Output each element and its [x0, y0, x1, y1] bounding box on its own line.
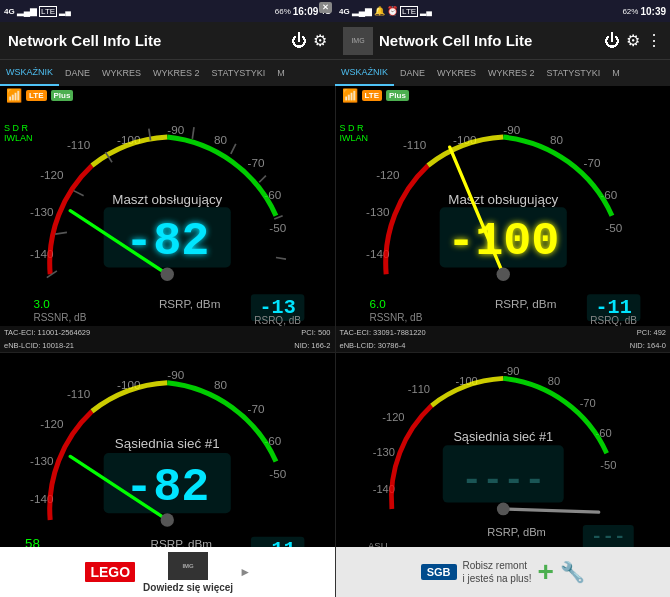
svg-text:-110: -110 [67, 138, 91, 151]
status-bars: 4G ▂▄▆ LTE ▂▄ 66% 16:09 4G 4G ▂▄▆ 🔔 ⏰ LT… [0, 0, 670, 22]
svg-text:-70: -70 [248, 402, 265, 415]
neighbor-cell-left: -140 -130 -120 -110 -100 -90 80 -70 -60 … [0, 353, 335, 547]
svg-text:RSRP, dBm: RSRP, dBm [159, 297, 221, 310]
svg-text:-110: -110 [402, 138, 426, 151]
tab-m-left[interactable]: M [271, 60, 291, 86]
settings-icon-left[interactable]: ⚙ [313, 31, 327, 50]
svg-text:RSRP, dBm: RSRP, dBm [494, 297, 555, 310]
svg-line-18 [274, 216, 282, 219]
svg-text:80: 80 [547, 375, 559, 387]
plus-icon-right: + [537, 556, 553, 588]
svg-text:-110: -110 [407, 383, 429, 395]
settings-icon-right[interactable]: ⚙ [626, 31, 640, 50]
tab-m-right[interactable]: M [606, 60, 626, 86]
pci-right-top: PCI: 492 [637, 328, 666, 337]
svg-text:-90: -90 [167, 123, 184, 136]
time-right: 10:39 [640, 6, 666, 17]
svg-text:Sąsiednia sieć #1: Sąsiednia sieć #1 [453, 429, 553, 444]
power-icon-right[interactable]: ⏻ [604, 32, 620, 50]
tab-bar-left: WSKAŹNIK DANE WYKRES WYKRES 2 STATYSTYKI… [0, 60, 335, 86]
network-type-left: 4G [4, 7, 15, 16]
svg-text:80: 80 [214, 379, 228, 392]
signal-icon-right: ▂▄▆ [352, 6, 372, 16]
tab-statystyki-right[interactable]: STATYSTYKI [541, 60, 607, 86]
svg-line-17 [259, 176, 266, 183]
app-title-right: Network Cell Info Lite [379, 32, 598, 49]
svg-text:RSSNR, dB: RSSNR, dB [33, 312, 86, 323]
gauge-svg-left-top: -140 -130 -120 -110 -100 -90 80 -70 -60 … [0, 105, 335, 326]
svg-text:Sąsiednia sieć #1: Sąsiednia sieć #1 [115, 436, 220, 451]
gauge-left-top: -140 -130 -120 -110 -100 -90 80 -70 -60 … [0, 105, 335, 326]
sgb-logo: SGB [421, 564, 457, 580]
gauge-left-bottom: -140 -130 -120 -110 -100 -90 80 -70 -60 … [0, 353, 335, 547]
svg-point-30 [161, 268, 174, 281]
power-icon-left[interactable]: ⏻ [291, 32, 307, 50]
svg-point-92 [496, 503, 509, 516]
serving-cell-right: 📶 LTE Plus S D R IWLAN -140 -130 -120 -1… [336, 86, 671, 353]
tab-wskaznik-left[interactable]: WSKAŹNIK [0, 60, 59, 86]
svg-text:Maszt obsługujący: Maszt obsługujący [448, 192, 558, 207]
app-headers: Network Cell Info Lite ⏻ ⚙ IMG Network C… [0, 22, 670, 60]
signal-header-right-top: 📶 LTE Plus [336, 86, 671, 105]
signal-icon-left: ▂▄▆ [17, 6, 37, 16]
ad-left[interactable]: LEGO IMG Dowiedz się więcej ► ✕ [0, 547, 336, 597]
ad-close-left[interactable]: ✕ [319, 2, 332, 13]
svg-line-19 [276, 258, 286, 260]
battery-left: 66% [275, 7, 291, 16]
svg-text:-120: -120 [376, 168, 400, 181]
tab-dane-left[interactable]: DANE [59, 60, 96, 86]
signal-dots-right: ▂▄ [420, 7, 432, 16]
plus-badge-right-top: Plus [386, 90, 409, 101]
svg-text:-82: -82 [125, 461, 209, 514]
ad-thumbnail-left: IMG [168, 552, 208, 580]
gauge-svg-right-top: -140 -130 -120 -110 -100 -90 80 -70 -60 … [336, 105, 671, 326]
ad-text-left: Dowiedz się więcej [143, 582, 233, 593]
svg-text:-90: -90 [503, 366, 519, 378]
network-type-right: 4G [339, 7, 350, 16]
tab-dane-right[interactable]: DANE [394, 60, 431, 86]
lte-indicator-left: LTE [39, 6, 57, 17]
svg-text:6.0: 6.0 [369, 297, 386, 310]
more-icon-right[interactable]: ⋮ [646, 31, 662, 50]
svg-text:-130: -130 [30, 205, 54, 218]
bell-icon: 🔔 [374, 6, 385, 16]
svg-line-16 [231, 144, 236, 154]
svg-text:-82: -82 [125, 215, 209, 268]
ad-right[interactable]: SGB Robisz remont i jesteś na plus! + 🔧 [336, 547, 671, 597]
lego-logo: LEGO [83, 560, 137, 584]
main-content: 📶 LTE Plus S D R IWLAN -140 -130 -120 -1… [0, 86, 670, 547]
svg-text:RSRP, dBm: RSRP, dBm [151, 538, 212, 547]
battery-right: 62% [622, 7, 638, 16]
app-title-left: Network Cell Info Lite [8, 32, 285, 49]
lte-badge-left-top: LTE [26, 90, 47, 101]
panel-left: 📶 LTE Plus S D R IWLAN -140 -130 -120 -1… [0, 86, 336, 547]
tab-statystyki-left[interactable]: STATYSTYKI [206, 60, 272, 86]
tab-wykres2-left[interactable]: WYKRES 2 [147, 60, 206, 86]
svg-line-12 [74, 191, 84, 196]
tab-wskaznik-right[interactable]: WSKAŹNIK [335, 60, 394, 86]
svg-text:-70: -70 [579, 398, 595, 410]
tab-wykres-left[interactable]: WYKRES [96, 60, 147, 86]
svg-text:3.0: 3.0 [33, 297, 50, 310]
tab-wykres2-right[interactable]: WYKRES 2 [482, 60, 541, 86]
svg-text:Maszt obsługujący: Maszt obsługujący [112, 192, 222, 207]
tab-wykres-right[interactable]: WYKRES [431, 60, 482, 86]
svg-text:RSRQ, dB: RSRQ, dB [590, 315, 637, 326]
plus-badge-left-top: Plus [51, 90, 74, 101]
svg-text:-120: -120 [40, 168, 64, 181]
app-header-right: IMG Network Cell Info Lite ⏻ ⚙ ⋮ [335, 22, 670, 60]
tac-eci-right-top: TAC-ECI: 33091-7881220 [340, 328, 426, 337]
svg-line-15 [192, 127, 194, 139]
info-row-left-top: TAC-ECI: 11001-2564629 PCI: 500 [0, 326, 335, 339]
nid-right-top: NID: 164-0 [630, 341, 666, 350]
svg-text:80: 80 [214, 133, 228, 146]
svg-text:-50: -50 [269, 468, 286, 481]
svg-text:-120: -120 [40, 417, 64, 430]
signal-header-left-top: 📶 LTE Plus [0, 86, 335, 105]
gauge-svg-right-bottom: -140 -130 -120 -110 -100 -90 80 -70 -60 … [336, 353, 671, 547]
thumbnail-icon: IMG [343, 27, 373, 55]
time-left: 16:09 [293, 6, 319, 17]
svg-text:-50: -50 [269, 221, 286, 234]
lte-badge-right-top: LTE [362, 90, 383, 101]
svg-text:-90: -90 [167, 369, 184, 382]
